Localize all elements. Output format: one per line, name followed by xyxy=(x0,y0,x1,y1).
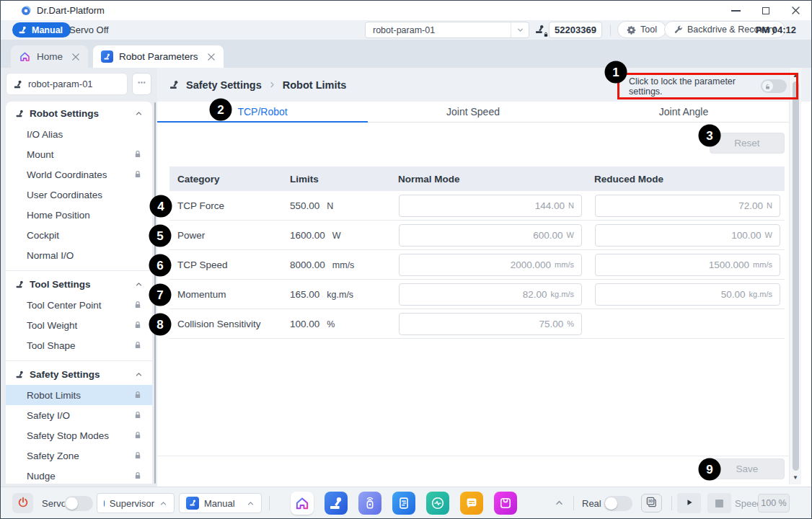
table-row: TCP Speed8000.00mm/s2000.000mm/s1500.000… xyxy=(169,250,785,280)
sidebar-section-header[interactable]: Robot Settings xyxy=(6,102,152,124)
stop-icon xyxy=(715,500,723,507)
reduced-mode-cell: 1500.000mm/s xyxy=(586,254,785,276)
limits-tab-joint-angle[interactable]: Joint Angle xyxy=(578,102,789,122)
sidebar-param-name[interactable]: robot-param-01 xyxy=(6,73,128,95)
app-task-writer-icon[interactable] xyxy=(392,492,415,515)
sidebar-item-label: Normal I/O xyxy=(27,250,142,261)
reset-button[interactable]: Reset xyxy=(710,133,785,154)
sidebar-section-header[interactable]: Safety Settings xyxy=(6,363,152,385)
app-store-icon[interactable] xyxy=(494,492,517,515)
reduced-mode-input[interactable]: 1500.000mm/s xyxy=(595,254,780,276)
param-file-select[interactable]: robot-param-01 xyxy=(365,22,529,38)
lock-icon xyxy=(133,471,142,480)
lock-icon xyxy=(133,431,142,440)
reduced-mode-input[interactable]: 100.00W xyxy=(595,224,780,247)
close-icon[interactable] xyxy=(791,6,800,15)
vertical-scrollbar[interactable]: ▲ ▼ xyxy=(789,68,801,484)
play-button[interactable] xyxy=(677,493,701,513)
normal-mode-input[interactable]: 144.00N xyxy=(399,195,582,217)
sidebar-item-normal-i-o[interactable]: Normal I/O xyxy=(6,245,152,265)
normal-mode-input[interactable]: 600.00W xyxy=(399,224,582,247)
sidebar-item-world-coordinates[interactable]: World Coordinates xyxy=(6,164,152,185)
manual-mode-icon xyxy=(18,25,27,35)
input-unit: N xyxy=(568,201,574,210)
more-button[interactable] xyxy=(132,73,151,95)
sidebar-item-safety-i-o[interactable]: Safety I/O xyxy=(6,405,152,425)
tab-robot-parameters[interactable]: Robot Parameters xyxy=(93,45,224,68)
limits-tab-joint-speed[interactable]: Joint Speed xyxy=(368,102,578,122)
mode-value: Manual xyxy=(204,498,242,509)
chevron-right-icon xyxy=(268,81,276,89)
sidebar-item-user-coordinates[interactable]: User Coordinates xyxy=(6,185,152,205)
lock-icon xyxy=(133,341,142,350)
real-toggle[interactable] xyxy=(604,496,632,511)
sidebar-item-mount[interactable]: Mount xyxy=(6,144,152,164)
normal-mode-input[interactable]: 2000.000mm/s xyxy=(399,254,582,276)
tab-home[interactable]: Home xyxy=(11,45,88,68)
stop-button[interactable] xyxy=(707,493,731,513)
app-home-icon[interactable] xyxy=(291,492,314,515)
category-cell: Collision Sensitivity xyxy=(169,319,282,329)
sidebar-item-tool-center-point[interactable]: Tool Center Point xyxy=(6,295,152,315)
app-teach-pendant-icon[interactable] xyxy=(358,492,381,515)
role-select[interactable]: Supervisor xyxy=(97,493,175,513)
sidebar-item-cockpit[interactable]: Cockpit xyxy=(6,225,152,245)
input-value: 2000.000 xyxy=(511,260,551,270)
chevron-up-icon xyxy=(247,500,255,507)
tab-close-icon[interactable] xyxy=(71,53,80,61)
normal-mode-input[interactable]: 82.00kg.m/s xyxy=(399,283,582,306)
mode-select[interactable]: Manual xyxy=(179,493,262,513)
app-monitoring-icon[interactable] xyxy=(426,492,449,515)
scroll-down-icon[interactable]: ▼ xyxy=(790,471,801,483)
sidebar-item-label: Home Position xyxy=(27,210,142,221)
sidebar-item-safety-stop-modes[interactable]: Safety Stop Modes xyxy=(6,425,152,445)
lock-icon xyxy=(133,150,142,159)
manual-mode-button[interactable]: Manual xyxy=(12,22,71,37)
input-unit: mm/s xyxy=(753,260,772,269)
sidebar-item-tool-weight[interactable]: Tool Weight xyxy=(6,315,152,335)
speed-value[interactable]: 100 % xyxy=(758,494,790,513)
normal-mode-cell: 600.00W xyxy=(390,224,586,247)
tool-button-label: Tool xyxy=(640,25,657,35)
robot-arm-icon xyxy=(15,109,25,118)
dock-expand-chevron-icon[interactable] xyxy=(555,498,564,510)
chevron-up-icon xyxy=(135,110,143,117)
reduced-mode-input[interactable]: 72.00N xyxy=(595,195,780,217)
input-value: 1500.000 xyxy=(709,260,749,270)
robot-serial-number[interactable]: 52203369 xyxy=(549,22,602,38)
sidebar-item-home-position[interactable]: Home Position xyxy=(6,205,152,225)
tab-close-icon[interactable] xyxy=(207,53,216,61)
app-robot-parameters-icon[interactable] xyxy=(325,492,348,515)
tab-strip: HomeRobot Parameters xyxy=(1,40,811,68)
limit-cell: 165.00kg.m/s xyxy=(282,289,390,300)
power-button[interactable] xyxy=(12,493,33,513)
lock-settings-toggle[interactable] xyxy=(761,79,787,93)
annotation-badge-2: 2 xyxy=(210,99,232,121)
home-icon xyxy=(19,50,31,63)
limit-value: 1600.00 xyxy=(290,230,325,241)
sidebar-section-header[interactable]: Tool Settings xyxy=(6,273,152,295)
limits-tab-tcp-robot[interactable]: TCP/Robot xyxy=(157,102,368,122)
minimize-icon[interactable] xyxy=(731,10,741,12)
sidebar-item-tool-shape[interactable]: Tool Shape xyxy=(6,335,152,355)
breadcrumb-section[interactable]: Safety Settings xyxy=(186,79,262,91)
divider xyxy=(157,456,789,456)
viewer-3d-button[interactable]: 3D xyxy=(641,494,662,513)
app-message-icon[interactable] xyxy=(460,492,483,515)
servo-toggle[interactable] xyxy=(64,496,93,511)
sidebar-item-safety-zone[interactable]: Safety Zone xyxy=(6,445,152,466)
scrollbar-thumb[interactable] xyxy=(793,81,799,471)
save-button[interactable]: Save xyxy=(710,458,785,479)
tool-button[interactable]: Tool xyxy=(617,21,666,38)
sidebar-item-i-o-alias[interactable]: I/O Alias xyxy=(6,124,152,144)
reduced-mode-input[interactable]: 50.00kg.m/s xyxy=(595,283,780,306)
sidebar-item-nudge[interactable]: Nudge xyxy=(6,466,152,484)
sidebar-item-label: Safety Zone xyxy=(27,451,133,461)
column-header: Category xyxy=(169,174,282,185)
maximize-icon[interactable] xyxy=(762,7,769,14)
column-header: Normal Mode xyxy=(390,174,586,185)
normal-mode-cell: 144.00N xyxy=(390,195,586,217)
normal-mode-input[interactable]: 75.00% xyxy=(399,313,582,335)
sidebar-item-robot-limits[interactable]: Robot Limits xyxy=(6,385,152,405)
input-value: 600.00 xyxy=(533,230,562,241)
